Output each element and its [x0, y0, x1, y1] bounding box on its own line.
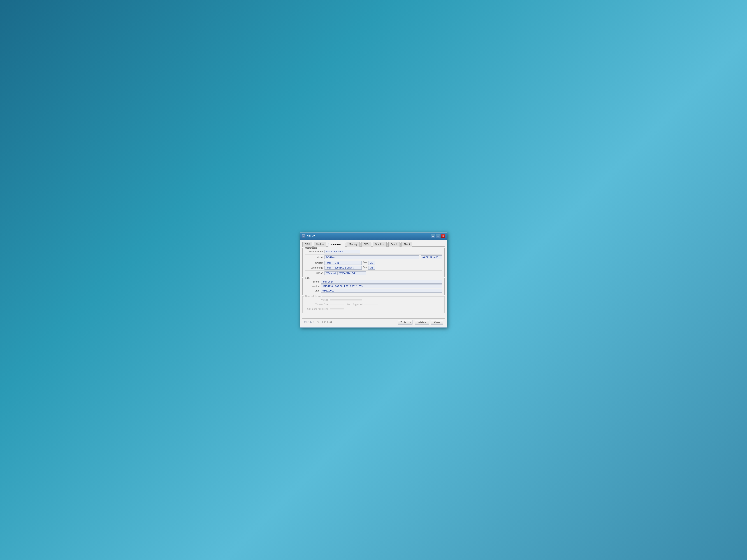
lpcio-cells: Winbond W83627DHG-P [325, 271, 442, 275]
bios-section-title: BIOS [304, 277, 311, 279]
lpcio-row: LPCIO Winbond W83627DHG-P [305, 270, 442, 275]
title-bar-controls: — □ ✕ [431, 234, 445, 238]
maximize-button[interactable]: □ [436, 234, 440, 238]
tools-dropdown-button[interactable]: ▼ [408, 320, 412, 324]
tab-graphics[interactable]: Graphics [372, 242, 387, 247]
bios-brand-value: Intel Corp. [321, 280, 442, 284]
graphic-transfer-label: Transfer Rate [305, 303, 330, 306]
chipset-rev: A3 [368, 261, 375, 265]
tab-cpu[interactable]: CPU [302, 242, 312, 247]
footer-version: Ver. 1.92.0.x64 [317, 321, 396, 323]
tab-caches[interactable]: Caches [314, 242, 326, 247]
model-row: Model DG41AN AAE92991-400 [305, 256, 442, 260]
southbridge-cells: Intel 82801GB (ICH7/R) Rev. A1 [325, 266, 442, 270]
manufacturer-value: Intel Corporation [325, 250, 360, 254]
lpcio-vendor: Winbond [325, 271, 338, 275]
lpcio-model: W83627DHG-P [338, 271, 366, 275]
validate-button[interactable]: Validate [415, 320, 429, 324]
bios-brand-row: Brand Intel Corp. [305, 280, 442, 284]
graphic-interface-section: Graphic Interface Version Transfer Rate … [302, 296, 445, 313]
window-title: CPU-Z [307, 235, 315, 238]
southbridge-label: Southbridge [305, 266, 325, 269]
tab-bar: CPU | Caches | Mainboard | Memory | SPD … [302, 241, 445, 247]
motherboard-section: Motherboard Manufacturer Intel Corporati… [302, 248, 445, 277]
bios-section: BIOS Brand Intel Corp. Version ANG4110H.… [302, 278, 445, 295]
graphic-version-row: Version [305, 298, 442, 302]
manufacturer-row: Manufacturer Intel Corporation [305, 250, 442, 255]
title-bar: CPU-Z — □ ✕ [300, 233, 447, 240]
bios-version-value: ANG4110H.86A.0011.2010.0512.1559 [321, 284, 442, 288]
tools-group: Tools ▼ [398, 320, 412, 324]
bios-date-label: Date [305, 289, 321, 292]
graphic-sideband-label: Side Band Addressing [305, 308, 330, 310]
chipset-row: Chipset Intel G41 Rev. A3 [305, 261, 442, 265]
manufacturer-label: Manufacturer [305, 250, 325, 253]
chipset-cells: Intel G41 Rev. A3 [325, 261, 442, 265]
southbridge-vendor: Intel [325, 266, 333, 270]
app-icon [302, 234, 305, 238]
chipset-vendor: Intel [325, 261, 333, 265]
cpuz-window: CPU-Z — □ ✕ CPU | Caches | Mainboard | M… [300, 233, 447, 328]
title-bar-left: CPU-Z [302, 234, 315, 238]
graphic-transfer-row: Transfer Rate Max. Supported [305, 302, 442, 306]
motherboard-section-title: Motherboard [304, 247, 318, 249]
tab-mainboard[interactable]: Mainboard [328, 242, 345, 247]
spacer [302, 314, 445, 318]
bios-version-label: Version [305, 285, 321, 288]
graphic-sideband-value [330, 309, 344, 310]
window-body: CPU | Caches | Mainboard | Memory | SPD … [300, 240, 447, 327]
lpcio-label: LPCIO [305, 272, 325, 275]
chipset-model: G41 [333, 261, 362, 265]
footer-logo: CPU-Z [304, 320, 315, 324]
chipset-rev-label: Rev. [362, 261, 368, 265]
bios-brand-label: Brand [305, 281, 321, 283]
footer: CPU-Z Ver. 1.92.0.x64 Tools ▼ Validate C… [302, 318, 445, 326]
close-button[interactable]: ✕ [441, 234, 445, 238]
graphic-section-title: Graphic Interface [304, 295, 322, 297]
tab-memory[interactable]: Memory [346, 242, 360, 247]
model-code: AAE92991-400 [421, 256, 442, 259]
graphic-version-value [330, 299, 362, 300]
tab-about[interactable]: About [401, 242, 412, 247]
model-value: DG41AN [325, 256, 419, 259]
bios-date-row: Date 05/12/2010 [305, 289, 442, 293]
tab-spd[interactable]: SPD [361, 242, 371, 247]
close-window-button[interactable]: Close [431, 320, 443, 324]
graphic-transfer-value [330, 304, 344, 305]
tab-bench[interactable]: Bench [388, 242, 400, 247]
bios-date-value: 05/12/2010 [321, 289, 442, 293]
southbridge-rev: A1 [368, 266, 375, 270]
southbridge-row: Southbridge Intel 82801GB (ICH7/R) Rev. … [305, 266, 442, 270]
southbridge-model: 82801GB (ICH7/R) [333, 266, 362, 270]
chipset-label: Chipset [305, 262, 325, 264]
graphic-sideband-row: Side Band Addressing [305, 307, 442, 311]
tools-button[interactable]: Tools [398, 320, 408, 324]
graphic-max-supported-label: Max. Supported [344, 303, 364, 306]
minimize-button[interactable]: — [431, 234, 435, 238]
graphic-version-label: Version [305, 299, 330, 301]
svg-rect-2 [303, 236, 304, 237]
bios-version-row: Version ANG4110H.86A.0011.2010.0512.1559 [305, 284, 442, 288]
model-label: Model [305, 256, 325, 259]
graphic-max-value [364, 304, 378, 305]
southbridge-rev-label: Rev. [362, 266, 368, 270]
